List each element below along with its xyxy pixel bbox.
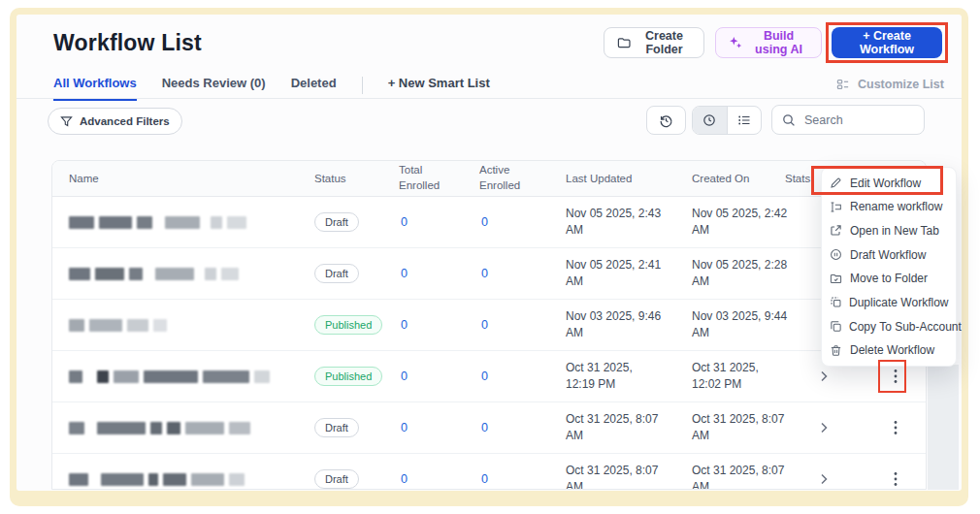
clock-history-icon bbox=[659, 113, 673, 128]
table-row[interactable]: Draft 0 0 Oct 31 2025, 8:07 AM Oct 31 20… bbox=[52, 454, 926, 490]
table-body: Draft 0 0 Nov 05 2025, 2:43 AM Nov 05 20… bbox=[52, 197, 926, 490]
table-header-row: Name Status Total Enrolled Active Enroll… bbox=[52, 161, 926, 197]
menu-item-label: Open in New Tab bbox=[850, 224, 939, 238]
table-row[interactable]: Draft 0 0 Nov 05 2025, 2:43 AM Nov 05 20… bbox=[52, 197, 926, 248]
created-on-value: Oct 31 2025, 8:07 AM bbox=[692, 411, 789, 445]
folder-move-icon bbox=[830, 273, 843, 285]
search-field bbox=[771, 105, 925, 135]
tabs-divider-line bbox=[16, 98, 962, 99]
status-badge: Published bbox=[314, 315, 382, 335]
tab-needs-review[interactable]: Needs Review (0) bbox=[162, 76, 266, 99]
new-smart-list-button[interactable]: + New Smart List bbox=[388, 76, 490, 99]
table-row[interactable]: Draft 0 0 Nov 05 2025, 2:41 AM Nov 05 20… bbox=[52, 248, 926, 300]
menu-item-copy-to-sub-account[interactable]: Copy To Sub-Account bbox=[822, 315, 956, 338]
active-enrolled-link[interactable]: 0 bbox=[479, 215, 566, 229]
menu-item-rename-workflow[interactable]: Rename workflow bbox=[822, 195, 956, 218]
last-updated-value: Nov 05 2025, 2:43 AM bbox=[566, 206, 663, 240]
page-title: Workflow List bbox=[53, 30, 202, 56]
active-enrolled-link[interactable]: 0 bbox=[479, 421, 566, 434]
col-header-created-on: Created On bbox=[692, 173, 785, 184]
status-badge: Draft bbox=[314, 418, 359, 437]
created-on-value: Oct 31 2025, 12:02 PM bbox=[692, 360, 789, 394]
chevron-right-icon bbox=[820, 422, 829, 434]
stats-expand-button[interactable] bbox=[816, 469, 833, 489]
last-updated-value: Oct 31 2025, 12:19 PM bbox=[566, 360, 663, 394]
created-on-value: Nov 05 2025, 2:42 AM bbox=[692, 206, 789, 240]
active-enrolled-link[interactable]: 0 bbox=[479, 369, 566, 383]
kebab-menu-icon bbox=[894, 369, 898, 384]
stats-expand-button[interactable] bbox=[816, 367, 833, 386]
total-enrolled-link[interactable]: 0 bbox=[399, 215, 479, 229]
folder-icon bbox=[617, 36, 631, 49]
col-header-status: Status bbox=[314, 173, 399, 184]
list-view-toggle[interactable] bbox=[727, 107, 762, 134]
menu-item-label: Draft Workflow bbox=[850, 248, 926, 262]
row-more-button[interactable] bbox=[890, 365, 901, 388]
menu-item-label: Delete Workflow bbox=[850, 343, 934, 357]
create-workflow-button[interactable]: + Create Workflow bbox=[832, 27, 942, 58]
create-workflow-label: + Create Workflow bbox=[844, 29, 930, 56]
menu-item-label: Move to Folder bbox=[850, 272, 928, 285]
stats-expand-button[interactable] bbox=[816, 418, 833, 437]
workflow-name-cell bbox=[52, 473, 314, 486]
table-row[interactable]: Published 0 0 Oct 31 2025, 12:19 PM Oct … bbox=[52, 351, 926, 402]
create-folder-button[interactable]: Create Folder bbox=[604, 27, 704, 58]
pencil-icon bbox=[830, 177, 843, 189]
row-more-button[interactable] bbox=[890, 416, 901, 439]
recent-view-toggle[interactable] bbox=[693, 107, 727, 134]
menu-item-open-in-new-tab[interactable]: Open in New Tab bbox=[822, 219, 956, 242]
col-header-active-enrolled: Active Enrolled bbox=[479, 163, 566, 193]
last-updated-value: Oct 31 2025, 8:07 AM bbox=[566, 411, 663, 445]
col-header-last-updated: Last Updated bbox=[566, 173, 692, 184]
active-enrolled-link[interactable]: 0 bbox=[479, 318, 566, 332]
total-enrolled-link[interactable]: 0 bbox=[399, 318, 479, 332]
workflow-name-cell bbox=[52, 268, 314, 280]
workflow-name-cell bbox=[52, 319, 314, 332]
active-enrolled-link[interactable]: 0 bbox=[479, 267, 566, 280]
trash-icon bbox=[830, 344, 843, 357]
workflow-name-redacted bbox=[69, 216, 314, 229]
pause-circle-icon bbox=[830, 248, 843, 261]
view-toggle bbox=[692, 106, 762, 135]
build-using-ai-button[interactable]: Build using AI bbox=[715, 27, 822, 58]
clock-icon bbox=[702, 113, 716, 127]
tab-deleted[interactable]: Deleted bbox=[291, 76, 337, 99]
menu-item-move-to-folder[interactable]: Move to Folder bbox=[822, 267, 956, 290]
active-enrolled-link[interactable]: 0 bbox=[479, 472, 566, 486]
last-updated-value: Nov 05 2025, 2:41 AM bbox=[566, 257, 663, 291]
status-badge: Draft bbox=[314, 469, 359, 489]
total-enrolled-link[interactable]: 0 bbox=[399, 472, 479, 486]
advanced-filters-button[interactable]: Advanced Filters bbox=[48, 108, 182, 135]
menu-item-duplicate-workflow[interactable]: Duplicate Workflow bbox=[822, 291, 956, 314]
duplicate-icon bbox=[830, 296, 842, 308]
created-on-value: Nov 03 2025, 9:44 AM bbox=[692, 308, 789, 342]
total-enrolled-link[interactable]: 0 bbox=[399, 421, 479, 434]
menu-item-delete-workflow[interactable]: Delete Workflow bbox=[822, 338, 956, 362]
history-view-button[interactable] bbox=[646, 106, 686, 135]
customize-list-icon bbox=[836, 78, 850, 91]
col-header-total-enrolled: Total Enrolled bbox=[399, 163, 479, 193]
chevron-right-icon bbox=[820, 473, 829, 485]
sparkles-icon bbox=[729, 36, 742, 49]
workflow-table: Name Status Total Enrolled Active Enroll… bbox=[51, 160, 927, 490]
workflow-name-redacted bbox=[69, 473, 314, 486]
menu-item-label: Duplicate Workflow bbox=[849, 296, 948, 309]
workflow-name-cell bbox=[52, 370, 314, 383]
customize-list-button[interactable]: Customize List bbox=[836, 78, 944, 91]
table-row[interactable]: Draft 0 0 Oct 31 2025, 8:07 AM Oct 31 20… bbox=[52, 402, 926, 454]
search-input[interactable] bbox=[802, 112, 909, 128]
tab-divider bbox=[362, 77, 363, 94]
total-enrolled-link[interactable]: 0 bbox=[399, 267, 479, 280]
menu-item-edit-workflow[interactable]: Edit Workflow bbox=[822, 172, 956, 195]
menu-item-draft-workflow[interactable]: Draft Workflow bbox=[822, 243, 956, 267]
table-row[interactable]: Published 0 0 Nov 03 2025, 9:46 AM Nov 0… bbox=[52, 300, 926, 351]
customize-list-label: Customize List bbox=[858, 78, 944, 91]
row-more-button[interactable] bbox=[890, 467, 901, 490]
scrollbar-track[interactable] bbox=[928, 365, 959, 490]
workflow-name-redacted bbox=[69, 268, 314, 280]
workflow-name-redacted bbox=[69, 422, 314, 434]
build-using-ai-label: Build using AI bbox=[749, 29, 808, 56]
kebab-menu-icon bbox=[894, 471, 898, 487]
total-enrolled-link[interactable]: 0 bbox=[399, 369, 479, 383]
workflow-name-redacted bbox=[69, 319, 314, 332]
